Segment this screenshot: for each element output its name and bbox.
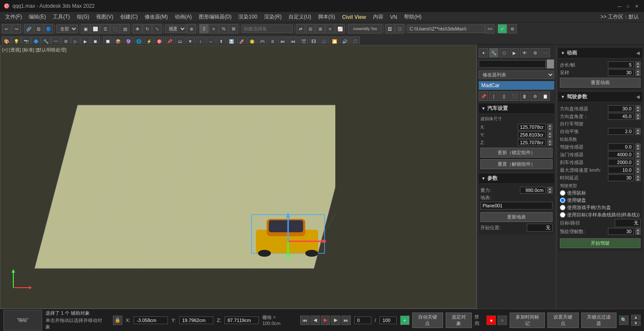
extra-tool-3[interactable]: 🔮 [124,36,133,45]
menu-view[interactable]: 视图(V) [93,12,117,21]
display-tab-btn[interactable]: 👁 [520,48,529,58]
extra-tool-15[interactable]: 🌟 [247,36,257,45]
extra-tool-23[interactable]: 🎦 [330,36,339,45]
step-down[interactable]: ▼ [635,65,641,68]
step-up[interactable]: ▲ [635,61,641,65]
ts-down[interactable]: ▼ [635,147,641,150]
play-button[interactable]: ▶ [321,316,330,325]
extra-tool-1[interactable]: 🔲 [103,36,112,45]
extra-tool-8[interactable]: 🗂 [175,36,185,45]
extra-tool-12[interactable]: ⬆ [216,36,226,45]
extra-tool-21[interactable]: 🎞 [309,36,319,45]
update-ground-button[interactable]: 更新地表 [480,212,553,222]
x-up[interactable]: ▲ [547,124,553,127]
extra-btn-2[interactable]: ⚙ [507,24,517,33]
path-browse-button[interactable]: >> [485,24,495,33]
snap-button[interactable]: 3 [199,24,209,33]
z-down[interactable]: ▼ [547,143,553,146]
snap-pct-button[interactable]: % [219,24,228,33]
menu-animation[interactable]: 动画(A) [171,12,195,21]
disable-dot-btn[interactable]: ○ [498,316,507,325]
auto-key-button[interactable]: 自动关键点 [412,313,443,328]
y-spinner[interactable]: ▲ ▼ [547,131,553,138]
update-button[interactable]: 更新（锁定组件） [480,148,553,158]
ms-up[interactable]: ▲ [635,167,641,170]
modifier-madcar-item[interactable]: MadCar [479,81,554,90]
sa-up[interactable]: ▲ [635,113,641,116]
extra-tool-20[interactable]: 🎬 [299,36,308,45]
scale-button[interactable]: ⤡ [152,24,162,33]
y-down[interactable]: ▼ [547,135,553,138]
render-frame-button[interactable]: 🖼 [385,24,395,33]
car-setup-header[interactable]: ▼ 汽车设置 [479,103,554,113]
right-up-btn[interactable]: ▲ [631,315,641,320]
sa-spinner[interactable]: ▲ ▼ [635,113,641,120]
create-tab-btn[interactable]: ✦ [479,48,488,58]
grav-up[interactable]: ▲ [547,187,553,190]
select-obj-button[interactable]: 选定对象 [446,313,472,328]
y-coord-field[interactable] [179,316,213,324]
minimize-button[interactable]: — [616,2,623,10]
redo-button[interactable]: ↪ [12,24,21,33]
extra-btn-1[interactable]: ✔ [498,24,507,33]
set-key-button[interactable]: 设置关键点 [547,313,578,328]
curve-editor-button[interactable]: 📈 [335,24,345,33]
path-input[interactable] [407,24,485,33]
ss-spinner[interactable]: ▲ ▼ [635,105,641,112]
extra-tool-7[interactable]: 📌 [165,36,174,45]
lock-icon[interactable]: 🔒 [113,316,122,325]
camera-btn[interactable]: 📷 [21,36,31,45]
menu-custom[interactable]: 自定义(U) [285,12,315,21]
helper-btn[interactable]: 🔧 [41,36,51,45]
ss-down[interactable]: ▼ [635,109,641,112]
options-btn[interactable]: ⋯ [541,48,550,58]
extra-tool-2[interactable]: 📦 [113,36,123,45]
config-mod-icon[interactable]: ⚙ [530,91,540,101]
assembly-button[interactable]: Assembly Too [348,24,382,33]
pivot-button[interactable]: ⊕ [187,24,196,33]
extra-tool-24[interactable]: 🔊 [340,36,349,45]
align-button[interactable]: ⊟ [306,24,315,33]
sample-spinner[interactable]: ▲ ▼ [635,69,641,76]
object-name-input[interactable]: MadCar_001 [479,60,546,68]
ground-field[interactable] [480,202,553,210]
undo-button[interactable]: ↩ [2,24,11,33]
x-coord-field[interactable] [134,316,168,324]
grav-down[interactable]: ▼ [547,190,553,194]
open-mod-icon[interactable]: 📋 [541,91,550,101]
extra-tool-6[interactable]: 🎯 [155,36,164,45]
brake-spinner[interactable]: ▲ ▼ [635,159,641,166]
ss-up[interactable]: ▲ [635,105,641,109]
sample-down[interactable]: ▼ [635,73,641,76]
select-rect-button[interactable]: ▤ [120,24,130,33]
add-keyframe-icon[interactable]: + [400,316,410,325]
x-down[interactable]: ▼ [547,127,553,131]
disable-red-btn[interactable]: ● [486,316,496,325]
menu-content[interactable]: 内容 [370,12,387,21]
menu-render100[interactable]: 渲染100 [235,12,261,21]
extra-tool-22[interactable]: 🎥 [319,36,329,45]
x-spinner[interactable]: ▲ ▼ [547,124,553,131]
z-up[interactable]: ▲ [547,139,553,143]
close-button[interactable]: ✕ [633,2,641,10]
snap-angle-button[interactable]: ≡ [209,24,219,33]
space-warp-btn[interactable]: 〰 [51,36,61,45]
motion-tab-btn[interactable]: ▶ [510,48,519,58]
ab-up[interactable]: ▲ [635,128,641,131]
modify-tab-btn[interactable]: 🔧 [489,48,498,58]
radio-target[interactable] [560,212,565,218]
prev-frame-button[interactable]: ◀ [310,316,320,325]
maximize-button[interactable]: □ [624,2,632,10]
select-name-button[interactable]: ☰ [100,24,110,33]
z-coord-field[interactable] [225,316,259,324]
extra-tool-19[interactable]: ⏮ [289,36,298,45]
right-down-btn[interactable]: ▼ [631,321,641,326]
snap-extra-button[interactable]: ⌘ [229,24,238,33]
extra-tool-17[interactable]: ⏸ [268,36,277,45]
extra-tool-13[interactable]: 🔝 [227,36,236,45]
radio-gamepad[interactable] [560,205,565,210]
select-obj-button[interactable]: ▣ [81,24,90,33]
extra-tool-11[interactable]: ↔ [206,36,216,45]
extra-tool-9[interactable]: ▼ [185,36,195,45]
select-all-dropdown[interactable]: 全部 [56,24,78,33]
